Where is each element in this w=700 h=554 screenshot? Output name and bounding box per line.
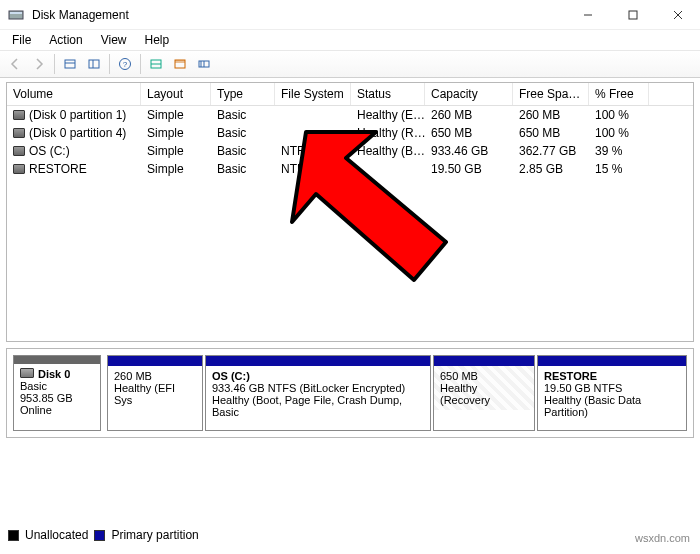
partition-bar (206, 356, 430, 366)
app-icon (8, 7, 24, 23)
toolbar-button-5[interactable] (193, 53, 215, 75)
forward-button (28, 53, 50, 75)
cell-capacity: 650 MB (425, 124, 513, 142)
cell-status (351, 160, 425, 178)
volume-icon (13, 110, 25, 120)
disk-state: Online (20, 404, 94, 416)
title-bar: Disk Management (0, 0, 700, 30)
cell-fs: NTFS (275, 160, 351, 178)
partition-box[interactable]: 650 MB Healthy (Recovery (433, 355, 535, 431)
volume-name: OS (C:) (29, 144, 70, 158)
cell-capacity: 19.50 GB (425, 160, 513, 178)
toolbar-button-4[interactable] (169, 53, 191, 75)
partition-box[interactable]: RESTORE 19.50 GB NTFS Healthy (Basic Dat… (537, 355, 687, 431)
cell-free: 362.77 GB (513, 142, 589, 160)
partition-line1: 650 MB (440, 370, 528, 382)
cell-capacity: 260 MB (425, 106, 513, 124)
cell-pct: 15 % (589, 160, 649, 178)
cell-type: Basic (211, 106, 275, 124)
partition-line2: Healthy (EFI Sys (114, 382, 196, 406)
disk-partitions: 260 MB Healthy (EFI Sys OS (C:) 933.46 G… (107, 355, 687, 431)
column-headers[interactable]: Volume Layout Type File System Status Ca… (7, 83, 693, 106)
menu-view[interactable]: View (93, 31, 135, 49)
cell-layout: Simple (141, 142, 211, 160)
partition-title: RESTORE (544, 370, 597, 382)
volume-row[interactable]: RESTORE Simple Basic NTFS 19.50 GB 2.85 … (7, 160, 693, 178)
toolbar-separator (109, 54, 110, 74)
menu-help[interactable]: Help (137, 31, 178, 49)
legend-label-unallocated: Unallocated (25, 528, 88, 542)
col-freespace[interactable]: Free Spa… (513, 83, 589, 105)
cell-capacity: 933.46 GB (425, 142, 513, 160)
partition-line2: Healthy (Recovery (440, 382, 528, 406)
partition-bar (108, 356, 202, 366)
menu-file[interactable]: File (4, 31, 39, 49)
window-buttons (565, 0, 700, 30)
partition-title: OS (C:) (212, 370, 250, 382)
volume-name: (Disk 0 partition 1) (29, 108, 126, 122)
col-capacity[interactable]: Capacity (425, 83, 513, 105)
col-status[interactable]: Status (351, 83, 425, 105)
toolbar-button-2[interactable] (83, 53, 105, 75)
col-layout[interactable]: Layout (141, 83, 211, 105)
toolbar-button-1[interactable] (59, 53, 81, 75)
cell-free: 650 MB (513, 124, 589, 142)
svg-rect-3 (629, 11, 637, 19)
col-volume[interactable]: Volume (7, 83, 141, 105)
legend-label-primary: Primary partition (111, 528, 198, 542)
col-type[interactable]: Type (211, 83, 275, 105)
cell-fs (275, 106, 351, 124)
disk-info[interactable]: Disk 0 Basic 953.85 GB Online (13, 355, 101, 431)
volume-name: RESTORE (29, 162, 87, 176)
cell-free: 2.85 GB (513, 160, 589, 178)
cell-layout: Simple (141, 124, 211, 142)
cell-pct: 39 % (589, 142, 649, 160)
col-filesystem[interactable]: File System (275, 83, 351, 105)
volume-row[interactable]: OS (C:) Simple Basic NTFS (BitLo… Health… (7, 142, 693, 160)
volume-list[interactable]: Volume Layout Type File System Status Ca… (6, 82, 694, 342)
close-button[interactable] (655, 0, 700, 30)
maximize-button[interactable] (610, 0, 655, 30)
cell-pct: 100 % (589, 106, 649, 124)
partition-box[interactable]: OS (C:) 933.46 GB NTFS (BitLocker Encryp… (205, 355, 431, 431)
volume-row[interactable]: (Disk 0 partition 1) Simple Basic Health… (7, 106, 693, 124)
cell-status: Healthy (R… (351, 124, 425, 142)
cell-type: Basic (211, 142, 275, 160)
toolbar-separator (54, 54, 55, 74)
partition-box[interactable]: 260 MB Healthy (EFI Sys (107, 355, 203, 431)
disk-label: Disk 0 (38, 368, 70, 380)
cell-layout: Simple (141, 160, 211, 178)
partition-line2: Healthy (Boot, Page File, Crash Dump, Ba… (212, 394, 424, 418)
volume-icon (13, 128, 25, 138)
toolbar: ? (0, 50, 700, 78)
disk-icon (20, 368, 34, 378)
volume-icon (13, 146, 25, 156)
toolbar-button-3[interactable] (145, 53, 167, 75)
cell-status: Healthy (B… (351, 142, 425, 160)
svg-text:?: ? (123, 60, 128, 69)
partition-line1: 19.50 GB NTFS (544, 382, 680, 394)
cell-type: Basic (211, 160, 275, 178)
volume-icon (13, 164, 25, 174)
col-pctfree[interactable]: % Free (589, 83, 649, 105)
toolbar-separator (140, 54, 141, 74)
disk-size: 953.85 GB (20, 392, 94, 404)
volume-row[interactable]: (Disk 0 partition 4) Simple Basic Health… (7, 124, 693, 142)
window-title: Disk Management (32, 8, 565, 22)
legend-swatch-unallocated (8, 530, 19, 541)
partition-bar (434, 356, 534, 366)
menu-action[interactable]: Action (41, 31, 90, 49)
watermark: wsxdn.com (635, 532, 690, 544)
cell-status: Healthy (E… (351, 106, 425, 124)
minimize-button[interactable] (565, 0, 610, 30)
partition-line2: Healthy (Basic Data Partition) (544, 394, 680, 418)
help-button[interactable]: ? (114, 53, 136, 75)
cell-fs (275, 124, 351, 142)
svg-rect-1 (10, 12, 22, 14)
cell-type: Basic (211, 124, 275, 142)
svg-rect-8 (89, 60, 99, 68)
legend-swatch-primary (94, 530, 105, 541)
partition-line1: 260 MB (114, 370, 196, 382)
disk-type: Basic (20, 380, 94, 392)
back-button (4, 53, 26, 75)
